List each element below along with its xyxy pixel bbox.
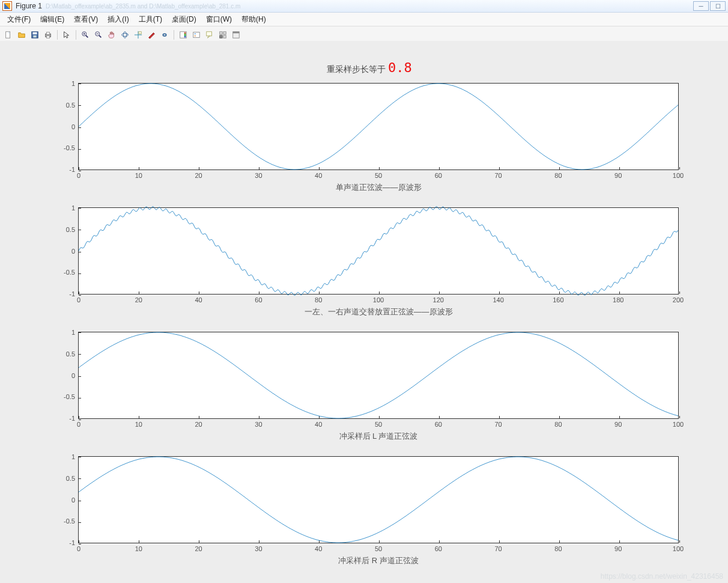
legend-icon[interactable] <box>190 29 202 41</box>
ytick-mark <box>79 420 81 420</box>
zoom-in-icon[interactable] <box>79 29 91 41</box>
xtick-label: 30 <box>255 172 262 179</box>
xtick-label: 50 <box>375 172 382 179</box>
svg-rect-25 <box>220 32 222 34</box>
menu-item[interactable]: 桌面(D) <box>167 13 201 26</box>
title-value: 0.8 <box>388 60 412 75</box>
xtick-label: 0 <box>77 545 80 552</box>
brush-icon[interactable] <box>145 29 157 41</box>
xtick-label: 90 <box>614 545 622 552</box>
ytick-label: -0.5 <box>64 144 75 151</box>
ytick-label: -0.5 <box>64 393 75 400</box>
save-icon[interactable] <box>29 29 41 41</box>
axes-2[interactable]: -1-0.500.51020406080100120140160180200 <box>78 207 679 295</box>
xtick-label: 40 <box>195 296 202 304</box>
rotate3d-icon[interactable] <box>119 29 131 41</box>
menu-item[interactable]: 查看(V) <box>69 13 103 26</box>
axes-xlabel: 一左、一右声道交替放置正弦波——原波形 <box>78 307 679 317</box>
xtick-label: 20 <box>195 545 202 552</box>
figure-main-title: 重采样步长等于 0.8 <box>60 60 679 75</box>
link-icon[interactable] <box>159 29 171 41</box>
ytick-label: 1 <box>71 80 75 87</box>
axes-3[interactable]: -1-0.500.510102030405060708090100 <box>78 332 679 419</box>
annotate-icon[interactable] <box>204 29 216 41</box>
svg-line-12 <box>99 35 102 38</box>
title-prefix: 重采样步长等于 <box>327 64 388 74</box>
menu-item[interactable]: 窗口(W) <box>201 13 237 26</box>
svg-rect-28 <box>223 35 226 38</box>
window-title: Figure 1 <box>16 2 42 10</box>
ytick-mark <box>79 295 81 296</box>
grid-icon[interactable] <box>217 29 229 41</box>
xtick-label: 0 <box>77 296 80 304</box>
zoom-out-icon[interactable] <box>93 29 105 41</box>
ytick-label: 0 <box>71 123 75 130</box>
ytick-label: 0.5 <box>66 226 75 233</box>
open-folder-icon[interactable] <box>16 29 28 41</box>
xtick-label: 120 <box>433 296 444 304</box>
xtick-label: 100 <box>673 421 684 428</box>
menu-item[interactable]: 文件(F) <box>2 13 35 26</box>
figure-canvas: 重采样步长等于 0.8 -1-0.500.5101020304050607080… <box>0 41 728 583</box>
toolbar-separator <box>76 30 76 40</box>
window-subtitle-blurred: D:\Matlab_offexample\ab_2835.m and D:\Ma… <box>46 3 690 10</box>
ytick-label: 1 <box>71 204 75 212</box>
plot-line <box>79 457 678 543</box>
toolbar-separator <box>57 30 58 40</box>
svg-point-15 <box>123 32 126 38</box>
svg-rect-20 <box>184 32 186 38</box>
axes-4[interactable]: -1-0.500.510102030405060708090100 <box>78 456 679 543</box>
xtick-mark <box>679 167 680 169</box>
menu-item[interactable]: 编辑(E) <box>35 13 69 26</box>
menu-item[interactable]: 工具(T) <box>134 13 167 26</box>
pan-hand-icon[interactable] <box>106 29 118 41</box>
maximize-button[interactable]: ☐ <box>710 1 726 11</box>
xtick-label: 20 <box>135 296 142 304</box>
menu-item[interactable]: 帮助(H) <box>237 13 271 26</box>
menubar: 文件(F)编辑(E)查看(V)插入(I)工具(T)桌面(D)窗口(W)帮助(H) <box>0 13 728 26</box>
ytick-label: 0 <box>71 248 75 255</box>
svg-rect-2 <box>33 32 37 35</box>
colorbar-icon[interactable] <box>177 29 189 41</box>
ytick-label: 0.5 <box>66 475 75 482</box>
xtick-label: 80 <box>554 545 562 552</box>
axes-1[interactable]: -1-0.500.510102030405060708090100 <box>78 83 679 170</box>
plot-line <box>79 208 678 294</box>
svg-line-8 <box>86 35 88 38</box>
menu-item[interactable]: 插入(I) <box>103 13 133 26</box>
xtick-label: 60 <box>435 421 442 428</box>
new-file-icon[interactable] <box>2 29 14 41</box>
xtick-label: 100 <box>673 172 684 179</box>
xtick-label: 20 <box>195 172 202 179</box>
xtick-label: 60 <box>435 545 442 552</box>
xtick-label: 40 <box>315 421 322 428</box>
data-cursor-icon[interactable] <box>132 29 144 41</box>
minimize-button[interactable]: ─ <box>693 1 709 11</box>
svg-rect-24 <box>207 32 212 36</box>
axes-xlabel: 冲采样后 L 声道正弦波 <box>78 431 679 442</box>
svg-point-14 <box>122 33 129 36</box>
arrow-cursor-icon[interactable] <box>61 29 73 41</box>
ytick-label: 0.5 <box>66 350 75 358</box>
xtick-label: 180 <box>613 296 623 304</box>
window-titlebar: Figure 1 D:\Matlab_offexample\ab_2835.m … <box>0 0 728 13</box>
xtick-label: 0 <box>77 172 80 179</box>
ytick-label: -0.5 <box>64 517 75 525</box>
axes-xlabel: 冲采样后 R 声道正弦波 <box>78 555 679 566</box>
dock-icon[interactable] <box>230 29 242 41</box>
xtick-label: 160 <box>553 296 563 304</box>
xtick-label: 80 <box>554 421 562 428</box>
ytick-label: 0 <box>71 372 75 379</box>
xtick-label: 10 <box>135 421 142 428</box>
xtick-label: 90 <box>614 421 622 428</box>
xtick-label: 30 <box>255 421 262 428</box>
xtick-label: 10 <box>135 172 142 179</box>
xtick-mark <box>679 540 680 543</box>
print-icon[interactable] <box>42 29 54 41</box>
xtick-label: 50 <box>375 545 382 552</box>
svg-rect-27 <box>220 35 222 38</box>
ytick-label: -1 <box>69 415 75 422</box>
xtick-label: 0 <box>77 421 80 428</box>
xtick-label: 100 <box>673 545 684 552</box>
xtick-label: 70 <box>494 421 502 428</box>
